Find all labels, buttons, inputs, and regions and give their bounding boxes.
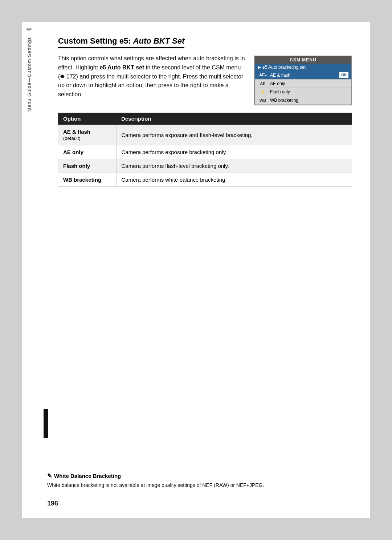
row-label-ae-only: AE only (270, 81, 348, 86)
note-pencil-icon: ✎ (47, 472, 52, 479)
cell-desc-flash-only: Camera performs flash-level bracketing o… (116, 159, 352, 173)
main-content: Custom Setting e5: Auto BKT Set This opt… (58, 36, 352, 187)
title-plain: Custom Setting e5: (58, 36, 133, 45)
highlight-text: e5 Auto BKT set (99, 64, 144, 70)
note-text: White balance bracketing is not availabl… (47, 481, 352, 489)
cell-desc-wb: Camera performs white balance bracketing… (116, 173, 352, 187)
col-header-description: Description (116, 113, 352, 125)
options-table: Option Description AE & flash (default) … (58, 113, 352, 187)
table-row-ae-only: AE only Camera performs exposure bracket… (58, 145, 352, 159)
cell-desc-ae-flash: Camera performs exposure and flash-level… (116, 125, 352, 145)
intro-text: This option controls what settings are a… (58, 54, 247, 105)
page-number: 196 (47, 500, 58, 507)
cell-option-ae-flash: AE & flash (default) (58, 125, 116, 145)
subtitle-text: e5 Auto bracketing set (262, 65, 306, 70)
black-tab (44, 409, 48, 438)
camera-menu-row-wb: WB WB bracketing (255, 96, 351, 105)
cell-option-wb: WB bracketing (58, 173, 116, 187)
row-label-wb: WB bracketing (270, 98, 348, 103)
title-italic: Auto BKT Set (133, 36, 185, 45)
camera-menu-subtitle: ▶ e5 Auto bracketing set (255, 64, 351, 71)
camera-menu-row-flash-only: ⚡ Flash only (255, 88, 351, 96)
cell-sub-ae-flash: (default) (63, 136, 111, 142)
col-header-option: Option (58, 113, 116, 125)
row-label-flash-only: Flash only (270, 89, 348, 94)
table-row-ae-flash: AE & flash (default) Camera performs exp… (58, 125, 352, 145)
subtitle-arrow: ▶ (258, 65, 261, 70)
sidebar-pencil-icon: ✏ (26, 25, 32, 33)
camera-menu: CSM MENU ▶ e5 Auto bracketing set AE₄ AE… (254, 56, 352, 105)
table-row-flash-only: Flash only Camera performs flash-level b… (58, 159, 352, 173)
camera-menu-row-ae-only: AE AE only (255, 80, 351, 88)
note-title: ✎ White Balance Bracketing (47, 472, 352, 479)
row-icon-flash-only: ⚡ (258, 90, 268, 94)
camera-menu-title: CSM MENU (255, 56, 351, 64)
page: ✏ Menu Guide—Custom Settings Custom Sett… (22, 22, 370, 518)
note-section: ✎ White Balance Bracketing White balance… (47, 472, 352, 489)
page-title: Custom Setting e5: Auto BKT Set (58, 36, 184, 48)
row-icon-ae-flash: AE₄ (258, 73, 268, 77)
top-section: This option controls what settings are a… (58, 54, 352, 105)
cell-desc-ae-only: Camera performs exposure bracketing only… (116, 145, 352, 159)
sidebar: ✏ Menu Guide—Custom Settings (22, 22, 36, 518)
note-title-text: White Balance Bracketing (54, 473, 121, 479)
row-label-ae-flash: AE & flash (270, 73, 337, 78)
sidebar-label: Menu Guide—Custom Settings (26, 37, 32, 112)
table-row-wb: WB bracketing Camera performs white bala… (58, 173, 352, 187)
camera-menu-body: AE₄ AE & flash OK AE AE only ⚡ Flash onl… (255, 71, 351, 105)
cell-option-flash-only: Flash only (58, 159, 116, 173)
row-icon-wb: WB (258, 98, 268, 102)
row-ok-ae-flash: OK (339, 72, 348, 78)
row-icon-ae-only: AE (258, 81, 268, 86)
cell-option-ae-only: AE only (58, 145, 116, 159)
camera-menu-row-ae-flash: AE₄ AE & flash OK (255, 71, 351, 80)
